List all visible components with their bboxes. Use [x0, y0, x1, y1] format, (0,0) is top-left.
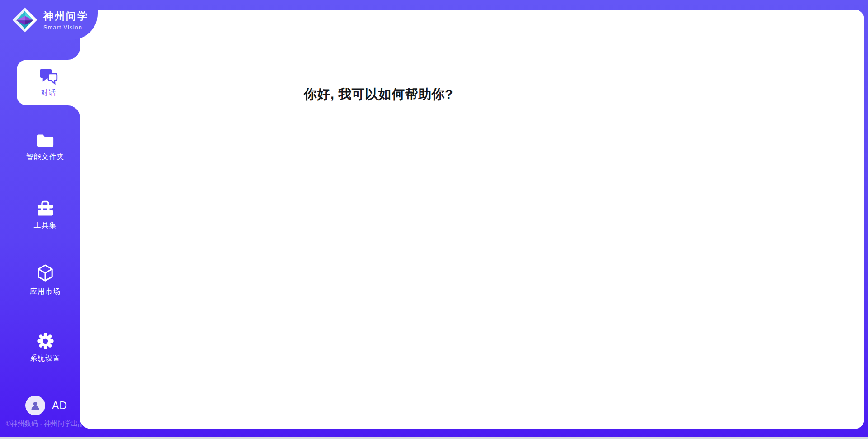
copyright-text: ©神州数码 · 神州问学出品: [0, 420, 90, 428]
cube-icon: [37, 264, 54, 283]
sidebar-item-settings[interactable]: 系统设置: [0, 332, 90, 363]
app-root: 神州问学 Smart Vision 对话 智能文件夹 工具集 应用市场 系统设置…: [0, 0, 868, 439]
brand-diamond-icon: [12, 7, 38, 33]
sidebar-item-label: 工具集: [34, 221, 57, 230]
brand-logo-block: 神州问学 Smart Vision: [0, 0, 98, 40]
briefcase-icon: [36, 200, 54, 217]
brand-text: 神州问学 Smart Vision: [43, 10, 89, 31]
chat-icon: [39, 68, 58, 85]
sidebar-item-smart-folder[interactable]: 智能文件夹: [0, 133, 90, 162]
user-name: AD: [52, 400, 67, 412]
gear-icon: [37, 332, 54, 350]
brand-tagline: Smart Vision: [43, 24, 89, 31]
sidebar-item-label: 对话: [41, 88, 57, 98]
horizontal-scrollbar[interactable]: [0, 437, 868, 439]
main-panel: [80, 10, 864, 429]
sidebar-item-toolset[interactable]: 工具集: [0, 200, 90, 230]
sidebar-item-label: 系统设置: [30, 354, 61, 363]
tab-connector-bottom: [68, 105, 80, 118]
tab-connector-top: [68, 48, 80, 60]
user-account[interactable]: AD: [25, 396, 67, 415]
person-icon: [30, 400, 41, 411]
sidebar-item-label: 应用市场: [30, 287, 61, 296]
brand-name: 神州问学: [43, 10, 89, 23]
sidebar-item-chat[interactable]: 对话: [17, 60, 80, 105]
folder-icon: [36, 133, 55, 148]
greeting-title: 你好, 我可以如何帮助你?: [304, 86, 453, 104]
sidebar-item-label: 智能文件夹: [26, 153, 65, 162]
avatar: [25, 396, 45, 415]
sidebar-item-app-market[interactable]: 应用市场: [0, 264, 90, 296]
